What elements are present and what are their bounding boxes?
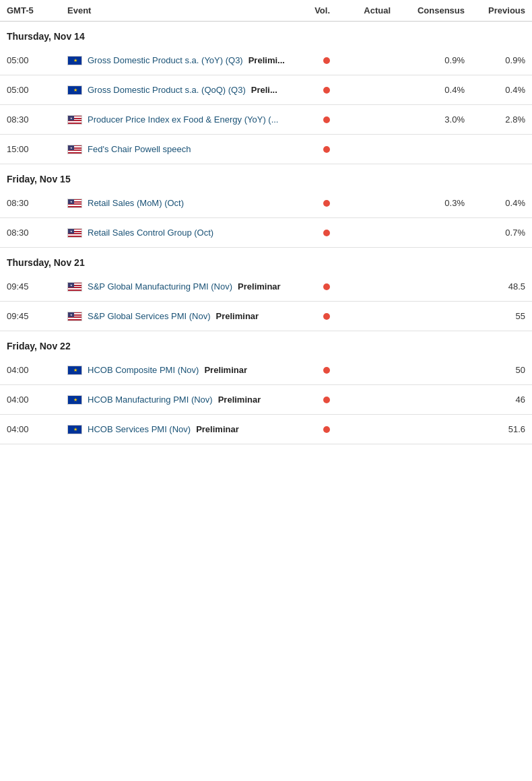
event-link[interactable]: Retail Sales Control Group (Oct) [88,228,213,238]
table-row: 08:30Retail Sales Control Group (Oct)0.7… [0,218,532,248]
table-row: 05:00Gross Domestic Product s.a. (QoQ) (… [0,75,532,105]
event-time: 04:00 [7,395,67,405]
event-cell: HCOB Composite PMI (Nov)Preliminar [67,365,290,375]
event-vol [290,57,330,64]
event-bold-label: Preli... [251,85,277,95]
date-section-3: Friday, Nov 22 [0,331,532,355]
volatility-dot [323,146,330,153]
table-row: 04:00HCOB Manufacturing PMI (Nov)Prelimi… [0,385,532,415]
table-row: 09:45S&P Global Services PMI (Nov)Prelim… [0,302,532,331]
event-vol [290,397,330,403]
event-cell: Gross Domestic Product s.a. (QoQ) (Q3)Pr… [67,85,290,95]
date-section-2: Thursday, Nov 21 [0,248,532,272]
event-time: 04:00 [7,424,67,434]
us-flag-icon [67,199,82,208]
eu-flag-icon [67,425,82,434]
event-previous: 0.4% [465,85,525,95]
event-cell: S&P Global Services PMI (Nov)Preliminar [67,311,290,321]
event-previous: 46 [465,395,525,405]
event-cell: HCOB Manufacturing PMI (Nov)Preliminar [67,395,290,405]
col-vol-header: Vol. [290,5,330,15]
event-time: 08:30 [7,114,67,125]
event-time: 15:00 [7,144,67,154]
event-cell: Fed's Chair Powell speech [67,144,290,154]
event-cell: Retail Sales Control Group (Oct) [67,228,290,238]
table-row: 08:30Producer Price Index ex Food & Ener… [0,105,532,135]
event-vol [290,283,330,290]
event-vol [290,200,330,207]
event-bold-label: Preliminar [218,395,261,405]
event-consensus: 0.9% [391,55,465,65]
us-flag-icon [67,228,82,238]
event-previous: 0.9% [465,55,525,65]
event-bold-label: Preliminar [216,311,259,321]
event-link[interactable]: Fed's Chair Powell speech [88,144,191,154]
volatility-dot [323,200,330,207]
event-consensus: 3.0% [391,114,465,125]
event-vol [290,230,330,236]
event-vol [290,146,330,153]
volatility-dot [323,283,330,290]
event-cell: Producer Price Index ex Food & Energy (Y… [67,114,290,125]
volatility-dot [323,397,330,403]
col-previous-header: Previous [465,5,525,15]
table-row: 15:00Fed's Chair Powell speech [0,135,532,164]
event-cell: Retail Sales (MoM) (Oct) [67,198,290,208]
table-row: 04:00HCOB Services PMI (Nov)Preliminar51… [0,415,532,444]
event-link[interactable]: HCOB Composite PMI (Nov) [88,365,199,375]
event-vol [290,367,330,374]
col-gmt-header: GMT-5 [7,5,67,15]
event-vol [290,116,330,123]
event-previous: 55 [465,311,525,321]
table-body: Thursday, Nov 1405:00Gross Domestic Prod… [0,22,532,444]
event-cell: S&P Global Manufacturing PMI (Nov)Prelim… [67,281,290,292]
event-previous: 50 [465,365,525,375]
event-previous: 0.4% [465,198,525,208]
event-cell: HCOB Services PMI (Nov)Preliminar [67,424,290,434]
col-actual-header: Actual [330,5,391,15]
event-link[interactable]: S&P Global Manufacturing PMI (Nov) [88,281,232,292]
event-bold-label: Prelimi... [248,55,285,65]
table-row: 09:45S&P Global Manufacturing PMI (Nov)P… [0,272,532,302]
event-vol [290,313,330,320]
event-time: 05:00 [7,85,67,95]
event-previous: 0.7% [465,228,525,238]
event-time: 05:00 [7,55,67,65]
table-row: 05:00Gross Domestic Product s.a. (YoY) (… [0,46,532,75]
event-link[interactable]: HCOB Services PMI (Nov) [88,424,191,434]
event-vol [290,87,330,94]
event-bold-label: Preliminar [196,424,239,434]
us-flag-icon [67,145,82,154]
event-link[interactable]: Gross Domestic Product s.a. (YoY) (Q3) [88,55,243,65]
event-time: 09:45 [7,281,67,292]
event-link[interactable]: Gross Domestic Product s.a. (QoQ) (Q3) [88,85,246,95]
col-consensus-header: Consensus [391,5,465,15]
date-section-0: Thursday, Nov 14 [0,22,532,46]
eu-flag-icon [67,366,82,375]
eu-flag-icon [67,86,82,95]
event-time: 08:30 [7,228,67,238]
event-link[interactable]: HCOB Manufacturing PMI (Nov) [88,395,213,405]
volatility-dot [323,230,330,236]
event-consensus: 0.3% [391,198,465,208]
event-time: 08:30 [7,198,67,208]
event-bold-label: Preliminar [238,281,281,292]
col-event-header: Event [67,5,290,15]
date-section-1: Friday, Nov 15 [0,164,532,189]
event-link[interactable]: S&P Global Services PMI (Nov) [88,311,211,321]
table-row: 04:00HCOB Composite PMI (Nov)Preliminar5… [0,355,532,385]
event-time: 04:00 [7,365,67,375]
us-flag-icon [67,115,82,125]
event-link[interactable]: Retail Sales (MoM) (Oct) [88,198,184,208]
us-flag-icon [67,282,82,292]
eu-flag-icon [67,56,82,65]
event-link[interactable]: Producer Price Index ex Food & Energy (Y… [88,114,279,125]
eu-flag-icon [67,395,82,405]
event-vol [290,426,330,433]
volatility-dot [323,57,330,64]
volatility-dot [323,116,330,123]
event-previous: 2.8% [465,114,525,125]
volatility-dot [323,313,330,320]
event-cell: Gross Domestic Product s.a. (YoY) (Q3)Pr… [67,55,290,65]
volatility-dot [323,87,330,94]
